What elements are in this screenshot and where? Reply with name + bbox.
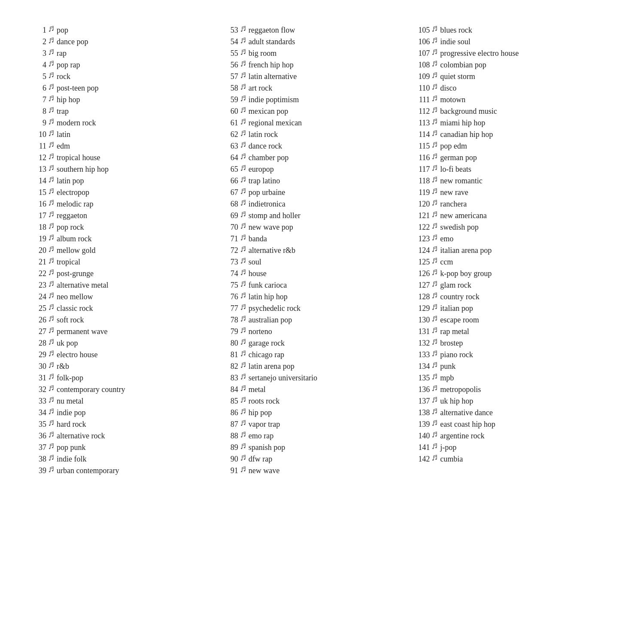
list-item[interactable]: 70 new wave pop [226,223,410,232]
list-item[interactable]: 128 country rock [418,292,601,301]
list-item[interactable]: 107 progressive electro house [418,49,601,58]
list-item[interactable]: 53 reggaeton flow [226,26,410,35]
list-item[interactable]: 17 reggaeton [34,211,218,220]
list-item[interactable]: 25 classic rock [34,304,218,313]
list-item[interactable]: 110 disco [418,84,601,93]
list-item[interactable]: 14 latin pop [34,176,218,185]
list-item[interactable]: 38 indie folk [34,455,218,464]
list-item[interactable]: 1 pop [34,26,218,35]
list-item[interactable]: 134 punk [418,362,601,371]
list-item[interactable]: 124 italian arena pop [418,246,601,255]
list-item[interactable]: 75 funk carioca [226,281,410,290]
list-item[interactable]: 71 banda [226,234,410,243]
list-item[interactable]: 19 album rock [34,234,218,243]
list-item[interactable]: 81 chicago rap [226,350,410,359]
list-item[interactable]: 86 hip pop [226,408,410,417]
list-item[interactable]: 37 pop punk [34,443,218,452]
list-item[interactable]: 113 miami hip hop [418,118,601,128]
list-item[interactable]: 57 latin alternative [226,72,410,81]
list-item[interactable]: 78 australian pop [226,316,410,325]
list-item[interactable]: 115 pop edm [418,142,601,151]
list-item[interactable]: 12 tropical house [34,153,218,162]
list-item[interactable]: 65 europop [226,165,410,174]
list-item[interactable]: 125 ccm [418,258,601,267]
list-item[interactable]: 28 uk pop [34,339,218,348]
list-item[interactable]: 111 motown [418,95,601,104]
list-item[interactable]: 91 new wave [226,466,410,475]
list-item[interactable]: 114 canadian hip hop [418,130,601,139]
list-item[interactable]: 7 hip hop [34,95,218,104]
list-item[interactable]: 85 roots rock [226,397,410,406]
list-item[interactable]: 9 modern rock [34,118,218,128]
list-item[interactable]: 76 latin hip hop [226,292,410,301]
list-item[interactable]: 141 j-pop [418,443,601,452]
list-item[interactable]: 34 indie pop [34,408,218,417]
list-item[interactable]: 13 southern hip hop [34,165,218,174]
list-item[interactable]: 35 hard rock [34,420,218,429]
list-item[interactable]: 127 glam rock [418,281,601,290]
list-item[interactable]: 61 regional mexican [226,118,410,128]
list-item[interactable]: 56 french hip hop [226,61,410,70]
list-item[interactable]: 120 ranchera [418,200,601,209]
list-item[interactable]: 31 folk-pop [34,374,218,383]
list-item[interactable]: 5 rock [34,72,218,81]
list-item[interactable]: 72 alternative r&b [226,246,410,255]
list-item[interactable]: 130 escape room [418,316,601,325]
list-item[interactable]: 33 nu metal [34,397,218,406]
list-item[interactable]: 129 italian pop [418,304,601,313]
list-item[interactable]: 77 psychedelic rock [226,304,410,313]
list-item[interactable]: 79 norteno [226,327,410,336]
list-item[interactable]: 90 dfw rap [226,455,410,464]
list-item[interactable]: 27 permanent wave [34,327,218,336]
list-item[interactable]: 23 alternative metal [34,281,218,290]
list-item[interactable]: 139 east coast hip hop [418,420,601,429]
list-item[interactable]: 2 dance pop [34,37,218,46]
list-item[interactable]: 122 swedish pop [418,223,601,232]
list-item[interactable]: 117 lo-fi beats [418,165,601,174]
list-item[interactable]: 26 soft rock [34,316,218,325]
list-item[interactable]: 135 mpb [418,374,601,383]
list-item[interactable]: 16 melodic rap [34,200,218,209]
list-item[interactable]: 73 soul [226,258,410,267]
list-item[interactable]: 60 mexican pop [226,107,410,116]
list-item[interactable]: 112 background music [418,107,601,116]
list-item[interactable]: 6 post-teen pop [34,84,218,93]
list-item[interactable]: 121 new americana [418,211,601,220]
list-item[interactable]: 24 neo mellow [34,292,218,301]
list-item[interactable]: 18 pop rock [34,223,218,232]
list-item[interactable]: 119 new rave [418,188,601,197]
list-item[interactable]: 136 metropopolis [418,385,601,394]
list-item[interactable]: 138 alternative dance [418,408,601,417]
list-item[interactable]: 68 indietronica [226,200,410,209]
list-item[interactable]: 87 vapor trap [226,420,410,429]
list-item[interactable]: 22 post-grunge [34,269,218,278]
list-item[interactable]: 88 emo rap [226,431,410,440]
list-item[interactable]: 116 german pop [418,153,601,162]
list-item[interactable]: 74 house [226,269,410,278]
list-item[interactable]: 10 latin [34,130,218,139]
list-item[interactable]: 118 new romantic [418,176,601,185]
list-item[interactable]: 133 piano rock [418,350,601,359]
list-item[interactable]: 108 colombian pop [418,61,601,70]
list-item[interactable]: 142 cumbia [418,455,601,464]
list-item[interactable]: 82 latin arena pop [226,362,410,371]
list-item[interactable]: 32 contemporary country [34,385,218,394]
list-item[interactable]: 132 brostep [418,339,601,348]
list-item[interactable]: 106 indie soul [418,37,601,46]
list-item[interactable]: 55 big room [226,49,410,58]
list-item[interactable]: 30 r&b [34,362,218,371]
list-item[interactable]: 84 metal [226,385,410,394]
list-item[interactable]: 54 adult standards [226,37,410,46]
list-item[interactable]: 67 pop urbaine [226,188,410,197]
list-item[interactable]: 3 rap [34,49,218,58]
list-item[interactable]: 21 tropical [34,258,218,267]
list-item[interactable]: 11 edm [34,142,218,151]
list-item[interactable]: 4 pop rap [34,61,218,70]
list-item[interactable]: 58 art rock [226,84,410,93]
list-item[interactable]: 66 trap latino [226,176,410,185]
list-item[interactable]: 126 k-pop boy group [418,269,601,278]
list-item[interactable]: 89 spanish pop [226,443,410,452]
list-item[interactable]: 20 mellow gold [34,246,218,255]
list-item[interactable]: 15 electropop [34,188,218,197]
list-item[interactable]: 39 urban contemporary [34,466,218,475]
